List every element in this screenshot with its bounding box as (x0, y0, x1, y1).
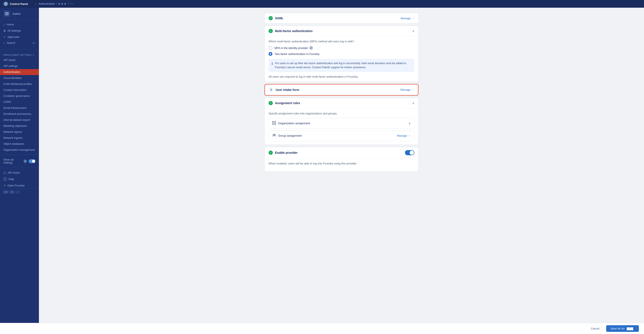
mfa-radio-group: MFA in the identity provider i Two-facto… (268, 46, 414, 56)
assignment-rules-card: ✓ Assignment rules ∧ Specify assignment … (264, 98, 418, 145)
sidebar-item-cors[interactable]: CORS (0, 99, 39, 105)
mfa-title: Multi-factor authentication (275, 29, 312, 33)
mfa-option-idp[interactable]: MFA in the identity provider i (268, 46, 414, 50)
sidebar: Switch ⌂ Home ⊞ All Settings ✓ Approvals… (0, 8, 39, 323)
sidebar-item-internal-dataset-export[interactable]: Internal dataset export (0, 117, 39, 123)
show-all-settings[interactable]: Show all settings ① (0, 156, 39, 166)
svg-point-1 (5, 4, 6, 4)
search-icon: ⌕ (4, 42, 5, 44)
sidebar-item-home[interactable]: ⌂ Home (0, 22, 39, 28)
group-assignment-manage-link[interactable]: Manage → (397, 134, 411, 137)
enable-provider-check-icon: ✓ (268, 150, 273, 155)
enrollment-section-label: ENROLLMENT SETTINGS ▾ (0, 51, 39, 57)
save-button[interactable]: Save for thi ████ (606, 325, 639, 332)
enable-provider-title: Enable provider (275, 151, 298, 154)
svg-rect-6 (274, 121, 276, 122)
info-box-text: For users to set up their two factor aut… (275, 61, 411, 70)
sidebar-item-label: All Settings (8, 29, 21, 32)
sidebar-switch[interactable]: Switch (0, 8, 39, 20)
settings-badge: ① (24, 160, 27, 163)
radio-idp-label: MFA in the identity provider i (274, 46, 313, 50)
show-all-settings-label: Show all settings (4, 158, 22, 164)
saml-manage-link[interactable]: Manage → (401, 17, 414, 20)
sidebar-item-label: Search (7, 42, 16, 44)
user-intake-form-header[interactable]: 3 User intake form Manage → (265, 84, 418, 95)
svg-rect-3 (5, 14, 9, 14)
sidebar-divider-2 (0, 154, 39, 155)
grid-icon: ⊞ (4, 29, 6, 32)
sidebar-item-aip-assist[interactable]: AIP Assist (0, 57, 39, 63)
mfa-info-box: ℹ For users to set up their two factor a… (268, 59, 414, 72)
switch-icon (4, 10, 10, 17)
org-assignment-item[interactable]: Organization assignment ∨ (268, 118, 414, 129)
switch-label: Switch (12, 12, 20, 16)
sidebar-item-cloud-identities[interactable]: Cloud identities (0, 75, 39, 81)
breadcrumb-dot2 (61, 3, 63, 5)
sidebar-item-enrollment-permissions[interactable]: Enrollment permissions (0, 111, 39, 117)
sidebar-item-aip-settings[interactable]: AIP settings (0, 63, 39, 69)
saml-arrow-icon: → (412, 17, 414, 20)
app-title: Control Panel (10, 2, 28, 6)
group-assignment-item[interactable]: Group assignment Manage → (268, 130, 414, 141)
radio-2fa-label: Two-factor authentication in Foundry (274, 52, 320, 56)
content-area: ✓ SAML Manage → ✓ Multi-factor authentic… (39, 8, 644, 323)
enable-provider-description: When enabled, users will be able to log … (268, 162, 414, 165)
sidebar-item-open-foundry[interactable]: ↗ Open Foundry (0, 182, 39, 188)
idp-info-icon[interactable]: i (310, 46, 313, 50)
org-assignment-icon (272, 121, 276, 126)
cancel-button[interactable]: Cancel (586, 325, 604, 332)
user-intake-manage-link[interactable]: Manage → (400, 88, 414, 91)
sidebar-item-object-databases[interactable]: Object databases (0, 141, 39, 147)
saml-card-header[interactable]: ✓ SAML Manage → (265, 13, 418, 23)
sidebar-item-contact-information[interactable]: Contact information (0, 87, 39, 93)
search-shortcut: ⌘J (32, 42, 36, 44)
breadcrumb-parent[interactable]: Authentication (39, 2, 55, 5)
sidebar-item-aip-assist-footer[interactable]: ⬡ AIP Assist (0, 170, 39, 176)
sidebar-item-code-workbook-profiles[interactable]: Code Workbook profiles (0, 81, 39, 87)
toggle-small[interactable] (29, 159, 36, 163)
sidebar-item-network-ingress[interactable]: Network ingress (0, 135, 39, 141)
mfa-chevron-icon: ∧ (412, 29, 414, 33)
action-bar: Cancel Save for thi ████ (0, 323, 644, 334)
sidebar-item-approvals[interactable]: ✓ Approvals (0, 34, 39, 40)
svg-rect-8 (274, 124, 276, 125)
assignment-chevron-icon: ∧ (412, 101, 414, 105)
assignment-description: Specify assignment rules into organizati… (268, 112, 414, 115)
user-intake-arrow-icon: → (411, 88, 414, 91)
org-assignment-label: Organization assignment (278, 122, 310, 125)
section-arrow: ▾ (33, 54, 34, 56)
sidebar-item-label: Home (7, 23, 14, 26)
group-assignment-label: Group assignment (278, 134, 302, 137)
saml-card: ✓ SAML Manage → (264, 13, 418, 24)
enable-provider-card: ✓ Enable provider When enabled, users wi… (264, 147, 418, 172)
mfa-option-2fa[interactable]: Two-factor authentication in Foundry (268, 52, 414, 56)
enable-provider-header: ✓ Enable provider (265, 147, 418, 158)
sidebar-item-container-governance[interactable]: Container governance (0, 93, 39, 99)
sidebar-item-network-egress[interactable]: Network egress (0, 129, 39, 135)
breadcrumb-sep: › (56, 2, 57, 5)
enable-provider-toggle[interactable] (405, 150, 414, 155)
mfa-footer-text: All users are required to log in with mu… (268, 75, 414, 78)
sidebar-item-modeling-objectives[interactable]: Modeling objectives (0, 123, 39, 129)
svg-rect-4 (5, 14, 9, 15)
user-intake-form-title: User intake form (276, 88, 299, 92)
radio-2fa-circle[interactable] (268, 52, 272, 56)
info-box-icon: ℹ (272, 62, 273, 70)
settings-toggle[interactable] (29, 159, 36, 163)
assignment-rules-header[interactable]: ✓ Assignment rules ∧ (265, 98, 418, 108)
mfa-card-header[interactable]: ✓ Multi-factor authentication ∧ (265, 26, 418, 36)
app-logo (4, 2, 8, 6)
top-bar: Control Panel ← Authentication › (0, 0, 644, 8)
sidebar-item-label: Approvals (8, 36, 20, 38)
sidebar-item-all-settings[interactable]: ⊞ All Settings (0, 28, 39, 34)
sidebar-item-search[interactable]: ⌕ Search ⌘J (0, 40, 39, 46)
sidebar-item-organization-management[interactable]: Organization management (0, 147, 39, 153)
back-icon[interactable]: ← (35, 2, 38, 5)
sidebar-item-email-infrastructure[interactable]: Email infrastructure (0, 105, 39, 111)
save-button-label: Save for thi (610, 327, 625, 330)
breadcrumb-dot1 (58, 3, 60, 5)
sidebar-item-help[interactable]: ? Help (0, 176, 39, 182)
sidebar-item-authentication[interactable]: Authentication (0, 69, 39, 75)
step-number: 3 (269, 88, 274, 92)
radio-idp-circle[interactable] (268, 46, 272, 50)
